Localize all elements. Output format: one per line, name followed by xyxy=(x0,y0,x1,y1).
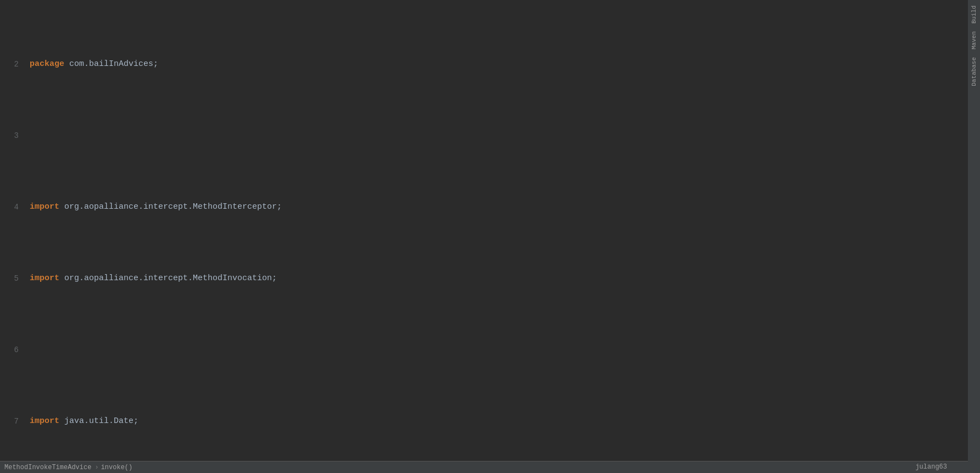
sidebar-tab-build[interactable]: Build xyxy=(970,2,978,27)
code-line-4: 4 import org.aopalliance.intercept.Metho… xyxy=(7,200,968,214)
breadcrumb-method: invoke() xyxy=(101,464,133,471)
bottom-right-status: julang63 xyxy=(911,461,951,473)
code-line-3: 3 xyxy=(7,129,968,143)
right-sidebar: Build Maven Database xyxy=(968,0,980,473)
sidebar-tab-database[interactable]: Database xyxy=(970,54,978,90)
username-label: julang63 xyxy=(915,463,947,471)
breadcrumb: MethodInvokeTimeAdvice › invoke() xyxy=(0,461,968,473)
code-line-7: 7 import java.util.Date; xyxy=(7,414,968,429)
code-line-2: 2 package com.bailInAdvices; xyxy=(7,57,968,71)
code-line-5: 5 import org.aopalliance.intercept.Metho… xyxy=(7,271,968,286)
code-content[interactable]: 2 package com.bailInAdvices; 3 4 import … xyxy=(0,0,968,473)
breadcrumb-class: MethodInvokeTimeAdvice xyxy=(4,464,91,471)
sidebar-tab-maven[interactable]: Maven xyxy=(970,28,978,53)
editor-area: 2 package com.bailInAdvices; 3 4 import … xyxy=(0,0,968,473)
code-container: 2 package com.bailInAdvices; 3 4 import … xyxy=(0,0,968,473)
code-line-6: 6 xyxy=(7,343,968,357)
